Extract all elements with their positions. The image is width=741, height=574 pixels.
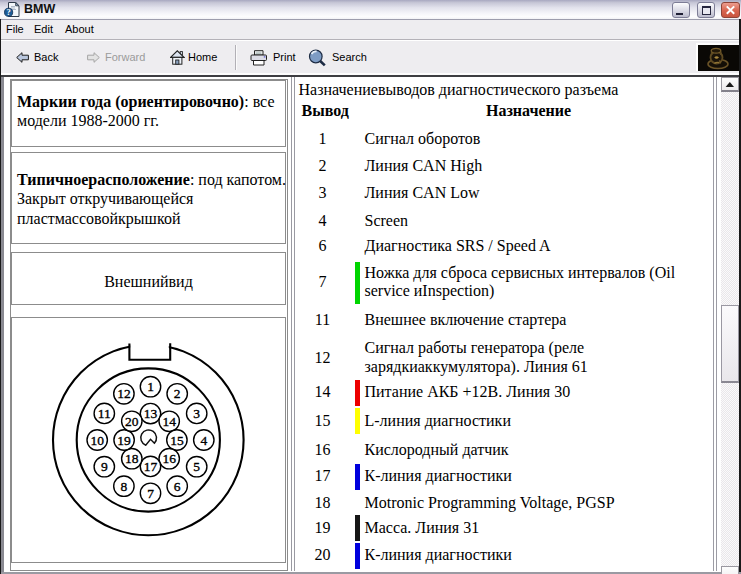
svg-text:16: 16: [162, 451, 176, 466]
svg-text:17: 17: [144, 459, 158, 474]
svg-text:15: 15: [170, 433, 184, 448]
svg-text:9: 9: [101, 459, 108, 474]
svg-text:20: 20: [125, 414, 139, 429]
svg-text:6: 6: [174, 479, 181, 494]
svg-text:19: 19: [117, 433, 131, 448]
svg-text:14: 14: [162, 414, 176, 429]
svg-text:8: 8: [121, 479, 128, 494]
svg-text:13: 13: [144, 406, 158, 421]
svg-text:7: 7: [147, 486, 154, 501]
svg-text:4: 4: [200, 433, 207, 448]
svg-text:10: 10: [90, 433, 104, 448]
svg-text:2: 2: [174, 386, 181, 401]
svg-text:12: 12: [117, 386, 130, 401]
svg-text:11: 11: [98, 406, 111, 421]
svg-text:3: 3: [193, 406, 200, 421]
svg-text:1: 1: [147, 379, 154, 394]
svg-text:5: 5: [193, 459, 200, 474]
svg-text:?: ?: [6, 7, 10, 17]
svg-text:18: 18: [125, 451, 139, 466]
